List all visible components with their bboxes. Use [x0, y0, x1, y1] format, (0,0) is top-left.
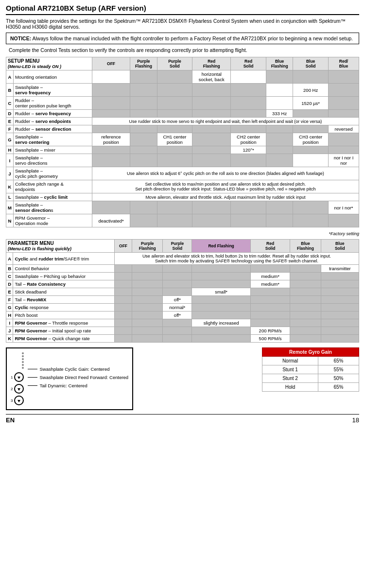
cell [321, 288, 359, 296]
cell [290, 335, 321, 343]
param-row: BControl Behaviortransmitter [6, 265, 359, 273]
setup-row: DRudder – servo frequency333 Hz [6, 110, 359, 118]
cell [250, 288, 290, 296]
cell [290, 273, 321, 280]
cell [231, 84, 266, 97]
row-key: I [6, 319, 13, 327]
cell [192, 304, 251, 311]
row-label: Cyclic and rudder trim/SAFE® trim [13, 253, 115, 265]
cell: normal* [163, 304, 192, 311]
knob-3-row: 3 [11, 396, 24, 405]
cell [132, 311, 163, 319]
cell [328, 110, 359, 118]
cell [293, 70, 329, 84]
row-key: B [6, 84, 14, 97]
gain-label: Stunt 2 [262, 374, 318, 383]
cell: transmitter [321, 265, 359, 273]
row-key: C [6, 273, 13, 280]
col-red-solid: RedSolid [231, 57, 266, 70]
row-label: Swashplate – Pitching up behavior [13, 273, 115, 280]
row-label: Collective pitch range &endpoints [13, 180, 92, 193]
notice-box: NOTICE: Always follow the manual include… [6, 33, 359, 44]
cell [328, 214, 359, 227]
cell: CH3 centerposition [293, 133, 329, 146]
cell [130, 146, 157, 154]
cell [130, 84, 157, 97]
cell: 200 Hz [293, 84, 329, 97]
row-label: Control Behavior [13, 265, 115, 273]
cell [192, 327, 251, 335]
param-row: HPitch boostoff* [6, 311, 359, 319]
cell [163, 319, 192, 327]
cell [130, 125, 157, 133]
setup-row: MSwashplate –sensor directionsnor I nor* [6, 201, 359, 214]
cell: 120°* [231, 146, 266, 154]
row-key: G [6, 133, 14, 146]
cell: 200 RPM/s [250, 327, 290, 335]
row-label: Tail – RevoMIX [13, 296, 115, 304]
row-key: D [6, 110, 14, 118]
cell [231, 125, 266, 133]
setup-row: JSwashplate –cyclic pitch geometryUse ai… [6, 167, 359, 180]
cell: medium* [250, 280, 290, 288]
col-purple-flash: PurpleFlashing [130, 57, 157, 70]
setup-row: GSwashplate –servo centeringreferencepos… [6, 133, 359, 146]
cell [192, 125, 231, 133]
cell: off* [163, 311, 192, 319]
col-blue-flash: BlueFlashing [266, 57, 293, 70]
cell [92, 146, 130, 154]
cell [157, 70, 192, 84]
setup-row: CRudder –center position pulse length152… [6, 97, 359, 110]
row-key: F [6, 125, 14, 133]
cell [250, 296, 290, 304]
row-key: I [6, 154, 14, 167]
row-label: Tail – Rate Consistency [13, 280, 115, 288]
cell [114, 273, 132, 280]
gain-row: Stunt 155% [262, 365, 359, 374]
setup-row: KCollective pitch range &endpointsSet co… [6, 180, 359, 193]
cell [114, 319, 132, 327]
cell [114, 280, 132, 288]
cell [132, 304, 163, 311]
gain-row: Stunt 250% [262, 374, 359, 383]
cell [192, 265, 251, 273]
cell [266, 84, 293, 97]
cell [130, 154, 157, 167]
setup-row: LSwashplate – cyclic limitMove aileron, … [6, 193, 359, 201]
cell [132, 280, 163, 288]
cell [321, 319, 359, 327]
cell: reversed [328, 125, 359, 133]
setup-row: ISwashplate –servo directionsnor I nor I… [6, 154, 359, 167]
gain-row: Hold65% [262, 383, 359, 392]
param-col-off: OFF [114, 240, 132, 253]
cell [231, 70, 266, 84]
cell: off* [163, 296, 192, 304]
cell [328, 133, 359, 146]
cell [266, 97, 293, 110]
setup-row: HSwashplate – mixer120°* [6, 146, 359, 154]
row-key: C [6, 97, 14, 110]
row-key: L [6, 193, 14, 201]
setup-menu-table: SETUP MENU (Menu-LED is steady ON ) OFF … [6, 57, 359, 227]
cell [290, 304, 321, 311]
cell [293, 201, 329, 214]
param-row: ACyclic and rudder trim/SAFE® trimUse ai… [6, 253, 359, 265]
row-label: RPM Governor – Throttle response [13, 319, 115, 327]
cell [157, 125, 192, 133]
row-key: E [6, 288, 13, 296]
row-key: J [6, 327, 13, 335]
cell [321, 273, 359, 280]
setup-row: BSwashplate –servo frequency200 Hz [6, 84, 359, 97]
row-key: K [6, 335, 13, 343]
remote-gain-section: Remote Gyro Gain Normal65%Stunt 155%Stun… [262, 347, 359, 410]
cell [293, 146, 329, 154]
cell: medium* [250, 273, 290, 280]
row-label: Swashplate –servo frequency [13, 84, 92, 97]
gain-value: 65% [318, 383, 359, 392]
cell [92, 97, 130, 110]
cell [192, 335, 251, 343]
param-row: DTail – Rate Consistencymedium* [6, 280, 359, 288]
row-label: Swashplate –servo centering [13, 133, 92, 146]
cell: deactivated* [92, 214, 130, 227]
cell [114, 296, 132, 304]
